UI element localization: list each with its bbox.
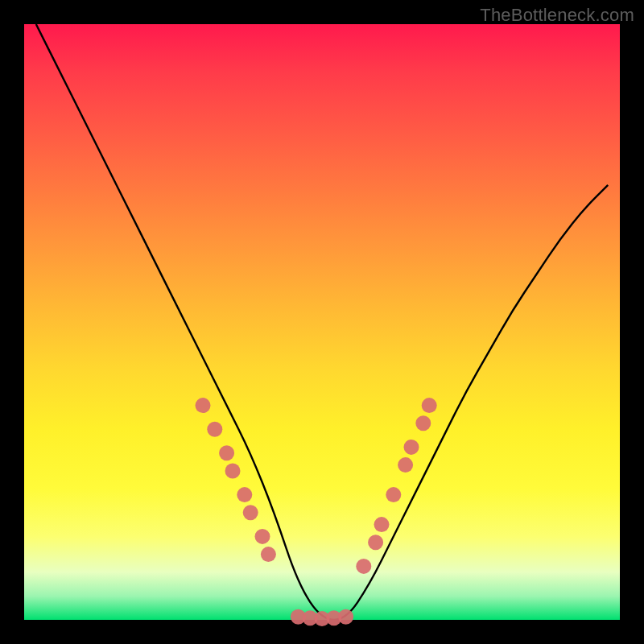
right-markers-dot [374,517,390,532]
left-markers-dot [207,422,222,437]
valley-markers-dot [338,609,353,625]
left-markers-dot [196,398,211,413]
right-markers-dot [404,440,419,455]
outer-frame: TheBottleneck.com [0,0,644,644]
left-markers-dot [219,445,234,460]
right-markers-dot [356,559,371,574]
chart-svg [24,24,620,620]
watermark-text: TheBottleneck.com [480,5,634,26]
plot-area [24,24,620,620]
right-markers-dot [398,457,413,473]
right-markers-dot [368,535,383,550]
left-markers-dot [225,464,241,479]
right-markers-dot [422,398,437,413]
marker-layer [196,398,437,626]
left-markers-dot [255,529,270,544]
curve-layer [36,24,608,620]
left-markers-dot [243,505,258,520]
bottleneck-curve-path [36,24,608,620]
right-markers-dot [415,415,431,431]
left-markers-dot [261,547,276,562]
left-markers-dot [237,487,252,502]
right-markers-dot [386,487,401,502]
